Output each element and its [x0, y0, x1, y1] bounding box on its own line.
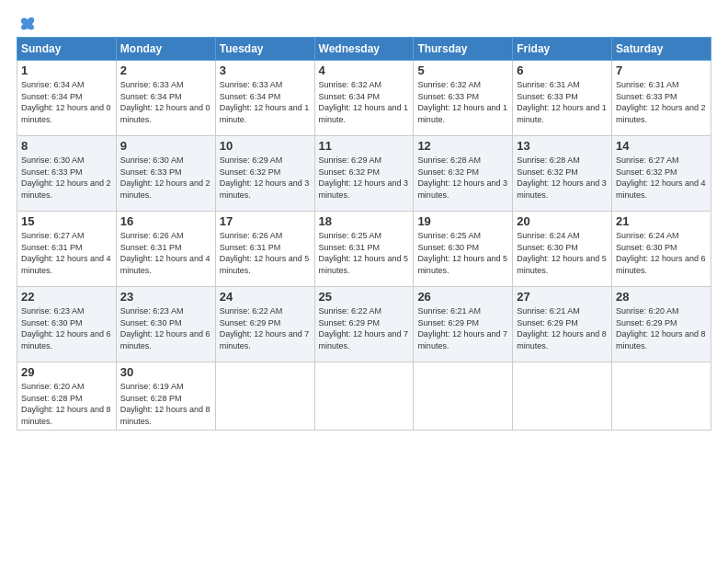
calendar-cell: 21 Sunrise: 6:24 AMSunset: 6:30 PMDaylig… — [612, 212, 711, 287]
day-number: 2 — [120, 63, 211, 77]
day-info: Sunrise: 6:21 AMSunset: 6:29 PMDaylight:… — [517, 306, 607, 350]
calendar-cell: 30 Sunrise: 6:19 AMSunset: 6:28 PMDaylig… — [116, 362, 215, 431]
calendar-week-row: 1 Sunrise: 6:34 AMSunset: 6:34 PMDayligh… — [17, 61, 711, 136]
day-number: 13 — [517, 139, 608, 153]
day-info: Sunrise: 6:27 AMSunset: 6:31 PMDaylight:… — [21, 231, 111, 275]
calendar-cell: 26 Sunrise: 6:21 AMSunset: 6:29 PMDaylig… — [414, 287, 513, 362]
calendar-cell — [215, 362, 314, 431]
calendar-cell: 7 Sunrise: 6:31 AMSunset: 6:33 PMDayligh… — [612, 61, 711, 136]
calendar-cell: 18 Sunrise: 6:25 AMSunset: 6:31 PMDaylig… — [314, 212, 414, 287]
day-number: 30 — [120, 365, 211, 379]
calendar-cell: 14 Sunrise: 6:27 AMSunset: 6:32 PMDaylig… — [612, 136, 711, 212]
calendar-cell: 24 Sunrise: 6:22 AMSunset: 6:29 PMDaylig… — [215, 287, 314, 362]
day-info: Sunrise: 6:25 AMSunset: 6:30 PMDaylight:… — [417, 231, 507, 275]
logo-bird-icon — [18, 17, 37, 31]
day-info: Sunrise: 6:26 AMSunset: 6:31 PMDaylight:… — [220, 231, 310, 275]
day-info: Sunrise: 6:23 AMSunset: 6:30 PMDaylight:… — [21, 306, 111, 350]
header — [17, 17, 711, 31]
day-number: 19 — [417, 214, 508, 228]
day-info: Sunrise: 6:24 AMSunset: 6:30 PMDaylight:… — [616, 231, 706, 275]
day-number: 14 — [616, 139, 707, 153]
day-info: Sunrise: 6:30 AMSunset: 6:33 PMDaylight:… — [120, 155, 210, 200]
day-info: Sunrise: 6:22 AMSunset: 6:29 PMDaylight:… — [220, 306, 310, 350]
day-number: 22 — [21, 290, 112, 304]
calendar-cell: 17 Sunrise: 6:26 AMSunset: 6:31 PMDaylig… — [215, 212, 314, 287]
calendar-cell — [414, 362, 513, 431]
calendar-week-row: 22 Sunrise: 6:23 AMSunset: 6:30 PMDaylig… — [17, 287, 711, 362]
calendar-table: SundayMondayTuesdayWednesdayThursdayFrid… — [17, 37, 711, 431]
day-number: 29 — [21, 365, 112, 379]
calendar-cell: 22 Sunrise: 6:23 AMSunset: 6:30 PMDaylig… — [17, 287, 117, 362]
calendar-cell: 2 Sunrise: 6:33 AMSunset: 6:34 PMDayligh… — [116, 61, 215, 136]
day-info: Sunrise: 6:19 AMSunset: 6:28 PMDaylight:… — [120, 382, 210, 426]
weekday-header-row: SundayMondayTuesdayWednesdayThursdayFrid… — [17, 38, 711, 61]
day-info: Sunrise: 6:25 AMSunset: 6:31 PMDaylight:… — [319, 231, 409, 275]
day-info: Sunrise: 6:34 AMSunset: 6:34 PMDaylight:… — [21, 80, 111, 124]
day-info: Sunrise: 6:26 AMSunset: 6:31 PMDaylight:… — [120, 231, 210, 275]
day-number: 12 — [417, 139, 508, 153]
day-info: Sunrise: 6:29 AMSunset: 6:32 PMDaylight:… — [319, 155, 409, 200]
weekday-header-monday: Monday — [116, 38, 215, 61]
calendar-cell: 25 Sunrise: 6:22 AMSunset: 6:29 PMDaylig… — [314, 287, 414, 362]
calendar-cell: 5 Sunrise: 6:32 AMSunset: 6:33 PMDayligh… — [414, 61, 513, 136]
day-info: Sunrise: 6:20 AMSunset: 6:28 PMDaylight:… — [21, 382, 111, 426]
calendar-cell: 10 Sunrise: 6:29 AMSunset: 6:32 PMDaylig… — [215, 136, 314, 212]
day-number: 16 — [120, 214, 211, 228]
calendar-cell: 8 Sunrise: 6:30 AMSunset: 6:33 PMDayligh… — [17, 136, 117, 212]
day-number: 20 — [517, 214, 608, 228]
calendar-cell — [513, 362, 612, 431]
day-number: 7 — [616, 63, 707, 77]
calendar-cell: 29 Sunrise: 6:20 AMSunset: 6:28 PMDaylig… — [17, 362, 117, 431]
calendar-cell: 23 Sunrise: 6:23 AMSunset: 6:30 PMDaylig… — [116, 287, 215, 362]
calendar-cell: 11 Sunrise: 6:29 AMSunset: 6:32 PMDaylig… — [314, 136, 414, 212]
calendar-cell: 6 Sunrise: 6:31 AMSunset: 6:33 PMDayligh… — [513, 61, 612, 136]
day-number: 8 — [21, 139, 112, 153]
calendar-cell: 9 Sunrise: 6:30 AMSunset: 6:33 PMDayligh… — [116, 136, 215, 212]
day-number: 28 — [616, 290, 707, 304]
weekday-header-saturday: Saturday — [612, 38, 711, 61]
page: SundayMondayTuesdayWednesdayThursdayFrid… — [0, 0, 728, 440]
calendar-cell — [314, 362, 414, 431]
day-info: Sunrise: 6:23 AMSunset: 6:30 PMDaylight:… — [120, 306, 210, 350]
weekday-header-friday: Friday — [513, 38, 612, 61]
calendar-cell: 28 Sunrise: 6:20 AMSunset: 6:29 PMDaylig… — [612, 287, 711, 362]
day-info: Sunrise: 6:32 AMSunset: 6:33 PMDaylight:… — [417, 80, 507, 124]
day-number: 1 — [21, 63, 112, 77]
weekday-header-sunday: Sunday — [17, 38, 117, 61]
day-number: 11 — [319, 139, 410, 153]
day-number: 15 — [21, 214, 112, 228]
weekday-header-thursday: Thursday — [414, 38, 513, 61]
day-number: 5 — [417, 63, 508, 77]
day-number: 25 — [319, 290, 410, 304]
day-info: Sunrise: 6:20 AMSunset: 6:29 PMDaylight:… — [616, 306, 706, 350]
day-info: Sunrise: 6:31 AMSunset: 6:33 PMDaylight:… — [616, 80, 706, 124]
day-info: Sunrise: 6:28 AMSunset: 6:32 PMDaylight:… — [417, 155, 507, 200]
day-number: 26 — [417, 290, 508, 304]
calendar-cell: 13 Sunrise: 6:28 AMSunset: 6:32 PMDaylig… — [513, 136, 612, 212]
calendar-cell: 16 Sunrise: 6:26 AMSunset: 6:31 PMDaylig… — [116, 212, 215, 287]
calendar-cell: 19 Sunrise: 6:25 AMSunset: 6:30 PMDaylig… — [414, 212, 513, 287]
calendar-cell: 12 Sunrise: 6:28 AMSunset: 6:32 PMDaylig… — [414, 136, 513, 212]
calendar-cell — [612, 362, 711, 431]
day-number: 10 — [220, 139, 311, 153]
day-info: Sunrise: 6:21 AMSunset: 6:29 PMDaylight:… — [417, 306, 507, 350]
day-info: Sunrise: 6:29 AMSunset: 6:32 PMDaylight:… — [220, 155, 310, 200]
day-number: 9 — [120, 139, 211, 153]
day-number: 23 — [120, 290, 211, 304]
day-info: Sunrise: 6:27 AMSunset: 6:32 PMDaylight:… — [616, 155, 706, 200]
day-info: Sunrise: 6:33 AMSunset: 6:34 PMDaylight:… — [120, 80, 210, 124]
calendar-week-row: 29 Sunrise: 6:20 AMSunset: 6:28 PMDaylig… — [17, 362, 711, 431]
day-number: 6 — [517, 63, 608, 77]
logo — [17, 17, 37, 31]
day-info: Sunrise: 6:33 AMSunset: 6:34 PMDaylight:… — [220, 80, 310, 124]
day-number: 21 — [616, 214, 707, 228]
day-info: Sunrise: 6:31 AMSunset: 6:33 PMDaylight:… — [517, 80, 607, 124]
day-number: 18 — [319, 214, 410, 228]
day-info: Sunrise: 6:30 AMSunset: 6:33 PMDaylight:… — [21, 155, 111, 200]
calendar-cell: 1 Sunrise: 6:34 AMSunset: 6:34 PMDayligh… — [17, 61, 117, 136]
day-number: 17 — [220, 214, 311, 228]
calendar-cell: 27 Sunrise: 6:21 AMSunset: 6:29 PMDaylig… — [513, 287, 612, 362]
day-number: 4 — [319, 63, 410, 77]
calendar-cell: 4 Sunrise: 6:32 AMSunset: 6:34 PMDayligh… — [314, 61, 414, 136]
calendar-week-row: 8 Sunrise: 6:30 AMSunset: 6:33 PMDayligh… — [17, 136, 711, 212]
